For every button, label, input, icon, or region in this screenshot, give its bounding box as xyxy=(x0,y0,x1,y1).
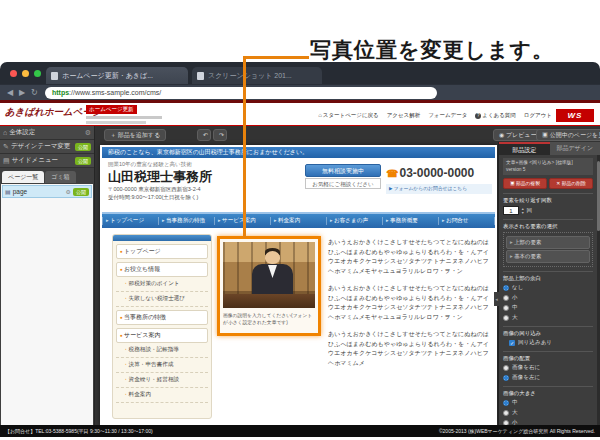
zoom-window-icon[interactable] xyxy=(34,70,41,77)
site-side-menu: トップページ お役立ち情報 節税対策のポイント 失敗しない税理士選び 当事務所の… xyxy=(112,234,212,419)
tab-page-list[interactable]: ページ一覧 xyxy=(2,171,44,183)
stepper[interactable]: ▲▼ xyxy=(521,207,524,215)
browser-titlebar: ホームページ更新・あきば... スクリーンショット 201... xyxy=(0,62,600,84)
upper-elements-button[interactable]: 上部の要素 xyxy=(506,236,590,249)
delete-part-button[interactable]: ✕ 部品の削除 xyxy=(549,178,593,189)
menu-subitem[interactable]: 料金案内 xyxy=(116,388,208,403)
browser-tab-inactive[interactable]: スクリーンショット 201... xyxy=(192,67,322,84)
tab-part-settings[interactable]: 部品設定 xyxy=(499,142,550,155)
radio-icon[interactable] xyxy=(503,365,509,371)
sidebar-item-design-theme[interactable]: ✎ デザインテーマ変更 公開 xyxy=(0,140,94,154)
link-faq[interactable]: ?よくある質問 xyxy=(475,112,516,119)
paragraph: あいうえおかきくけこさしすせそたちつてとなにぬねのはひふへほまみむめもやゃゆゅよ… xyxy=(328,238,489,276)
nav-item[interactable]: お客さまの声 xyxy=(326,217,382,225)
reload-icon[interactable]: ↻ xyxy=(31,88,38,97)
url-input[interactable]: https://www.sms-sample.com/cms/ xyxy=(45,87,437,99)
tab-label: ホームページ更新・あきば... xyxy=(62,72,153,79)
sidebar-item-side-menu[interactable]: ▤ サイドメニュー 公開 xyxy=(0,154,94,168)
repeat-section: 要素を繰り返す回数 1 ▲▼ 回 xyxy=(503,193,593,215)
body-text: あいうえおかきくけこさしすせそたちつてとなにぬねのはひふへほまみむめもやゃゆゅよ… xyxy=(328,238,489,376)
radio-selected-icon[interactable] xyxy=(503,285,509,291)
nav-item[interactable]: サービス案内 xyxy=(214,217,270,225)
nav-item[interactable]: 料金案内 xyxy=(270,217,326,225)
basic-elements-button[interactable]: 基本の要素 xyxy=(506,250,590,263)
step-down-icon[interactable]: ▼ xyxy=(521,211,524,215)
repeat-label: 要素を繰り返す回数 xyxy=(503,197,593,204)
add-part-button[interactable]: ＋ 部品を追加する xyxy=(104,129,166,141)
radio-option[interactable]: 大 xyxy=(503,314,593,322)
site-title: 山田税理士事務所 xyxy=(108,168,212,186)
site-nav: トップページ 当事務所の特徴 サービス案内 料金案内 お客さまの声 事務所概要 … xyxy=(102,212,495,228)
menu-item[interactable]: お役立ち情報 xyxy=(116,262,208,277)
nav-item[interactable]: 当事務所の特徴 xyxy=(158,217,214,225)
browser-tab-active[interactable]: ホームページ更新・あきば... xyxy=(46,67,188,84)
sidebar-item-label: 全体設定 xyxy=(9,128,35,137)
gear-icon[interactable]: ⚙ xyxy=(85,129,91,137)
callout-line-vertical xyxy=(243,56,246,238)
menu-subitem[interactable]: 失敗しない税理士選び xyxy=(116,292,208,307)
contact-form-link[interactable]: ▶ フォームからのお問合せはこちら xyxy=(386,184,492,194)
tab-label: スクリーンショット 201... xyxy=(208,72,292,79)
url-rest: ://www.sms-sample.com/cms/ xyxy=(69,89,161,96)
duplicate-part-button[interactable]: ▣ 部品の複製 xyxy=(503,178,547,189)
element-select-section: 表示される要素の選択 上部の要素 基本の要素 xyxy=(503,219,593,267)
menu-subitem[interactable]: 節税対策のポイント xyxy=(116,277,208,292)
nav-item[interactable]: 事務所概要 xyxy=(382,217,438,225)
publish-badge: 公開 xyxy=(75,157,91,165)
link-logout[interactable]: ログアウト xyxy=(524,112,552,119)
back-icon[interactable]: ◀ xyxy=(7,88,13,97)
gear-icon[interactable]: ⚙ xyxy=(66,188,71,195)
redo-button[interactable]: ↷ xyxy=(213,129,227,141)
checkbox-checked-icon[interactable]: ✓ xyxy=(509,340,515,346)
view-live-page-button[interactable]: ▣ 公開中のページを見る xyxy=(536,129,600,141)
radio-icon[interactable] xyxy=(503,305,509,311)
nav-item[interactable]: お問合せ xyxy=(438,217,495,225)
site-body: トップページ お役立ち情報 節税対策のポイント 失敗しない税理士選び 当事務所の… xyxy=(100,229,497,425)
radio-option[interactable]: 小 xyxy=(503,294,593,302)
menu-subitem[interactable]: 資金繰り・経営相談 xyxy=(116,373,208,388)
radio-icon[interactable] xyxy=(503,410,509,416)
phone-icon: ☎ xyxy=(386,168,398,179)
selected-photo-block[interactable]: 画像の説明を入力してください(フォントが小さく設定された文章です) xyxy=(217,236,321,336)
page-list-item-selected[interactable]: ▤ page ⚙ 公開 xyxy=(2,185,92,198)
site-tagline: 開業10年の豊富な経験と高い技術 xyxy=(108,161,192,168)
sidebar-item-global-settings[interactable]: ⌂ 全体設定 ⚙ xyxy=(0,126,94,140)
radio-selected-icon[interactable] xyxy=(503,400,509,406)
link-start-page[interactable]: ⌂スタートページに戻る xyxy=(318,112,379,119)
menu-header-bar xyxy=(113,235,211,241)
radio-option[interactable]: 中 xyxy=(503,399,593,407)
radio-selected-icon[interactable] xyxy=(503,375,509,381)
nav-item[interactable]: トップページ xyxy=(102,217,158,225)
link-access-analytics[interactable]: アクセス解析 xyxy=(387,112,421,119)
tab-trash[interactable]: ゴミ箱 xyxy=(45,171,75,183)
site-header: 開業10年の豊富な経験と高い技術 山田税理士事務所 〒000-0000 東京都新… xyxy=(100,158,497,210)
radio-option[interactable]: 画像を右に xyxy=(503,364,593,372)
repeat-count-input[interactable]: 1 xyxy=(503,206,519,215)
wrap-checkbox-option[interactable]: ✓回り込みあり xyxy=(509,339,593,347)
ws-logo: WS xyxy=(556,109,594,122)
top-margin-section: 部品上部の余白 なし 小 中 大 xyxy=(503,271,593,322)
link-form-data[interactable]: フォームデータ xyxy=(428,112,467,119)
menu-subitem[interactable]: 決算・申告書作成 xyxy=(116,358,208,373)
paragraph: あいうえおかきくけこさしすせそたちつてとなにぬねのはひふへほまみむめもやゃゆゅよ… xyxy=(328,284,489,322)
radio-option[interactable]: 中 xyxy=(503,304,593,312)
copy-icon: ▣ xyxy=(510,181,515,186)
menu-item[interactable]: サービス案内 xyxy=(116,328,208,343)
site-address: 〒000-0000 東京都新宿区西新宿3-2-4 xyxy=(108,186,201,193)
radio-option[interactable]: 大 xyxy=(503,409,593,417)
radio-option[interactable]: 画像を左に xyxy=(503,374,593,382)
undo-button[interactable]: ↶ xyxy=(197,129,211,141)
forward-icon[interactable]: ▶ xyxy=(19,88,25,97)
menu-item[interactable]: トップページ xyxy=(116,244,208,259)
menu-item[interactable]: 当事務所の特徴 xyxy=(116,310,208,325)
free-consult-button[interactable]: 無料相談実施中 xyxy=(305,164,381,177)
left-sidebar: ⌂ 全体設定 ⚙ ✎ デザインテーマ変更 公開 ▤ サイドメニュー 公開 ページ… xyxy=(0,126,95,425)
radio-option[interactable]: なし xyxy=(503,284,593,292)
tab-part-design[interactable]: 部品デザイン xyxy=(550,142,600,155)
radio-icon[interactable] xyxy=(503,315,509,321)
radio-icon[interactable] xyxy=(503,295,509,301)
close-window-icon[interactable] xyxy=(10,70,17,77)
publish-badge: 公開 xyxy=(73,188,89,196)
menu-subitem[interactable]: 税務相談・記帳指導 xyxy=(116,343,208,358)
minimize-window-icon[interactable] xyxy=(22,70,29,77)
